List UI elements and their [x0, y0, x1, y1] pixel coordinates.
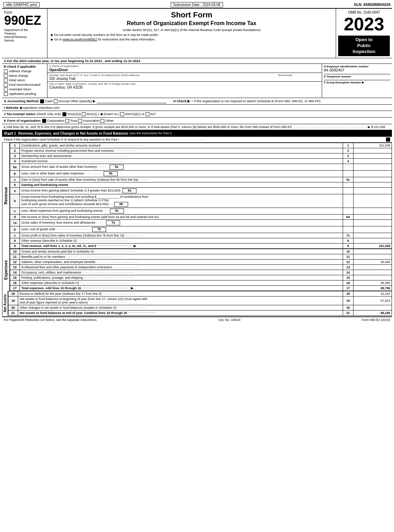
employer-id-label: D Employer identification number: [324, 65, 390, 68]
check-schedule-checkbox: [386, 137, 390, 142]
final-return-label: Final return/terminated: [9, 83, 40, 87]
short-form-title: Short Form: [51, 10, 332, 20]
table-row: b Gross income from fundraising events (…: [10, 194, 392, 208]
address-change-checkbox: [4, 69, 8, 73]
initial-return-checkbox: [4, 78, 8, 82]
table-row: 12 Salaries, other compensation, and emp…: [10, 259, 392, 264]
table-row: 19 Net assets or fund balances at beginn…: [8, 296, 392, 305]
under-section: Under section 501(c), 527, or 4947(a)(1)…: [51, 28, 332, 32]
amended-return-label: Amended return: [9, 88, 31, 91]
dept-name: Department of the Treasury Internal Reve…: [4, 28, 45, 42]
table-row: c Gross profit or (loss) from sales of i…: [10, 233, 392, 238]
form-ref: Form 990-EZ (2023): [362, 318, 390, 322]
final-return-checkbox: [4, 83, 8, 87]
room-suite-label: Room/suite: [278, 74, 320, 77]
table-row: 17 Total expenses. Add lines 10 through …: [10, 285, 392, 291]
accounting-method: G Accounting Method: Cash Accrual Other …: [4, 99, 166, 103]
name-change-checkbox: [4, 74, 8, 78]
go-to: ▶ Go to www.irs.gov/Form990EZ for instru…: [51, 38, 332, 41]
app-pending-label: Application pending: [9, 92, 36, 96]
revenue-side-label: Revenue: [2, 143, 10, 249]
table-row: 5a Gross amount from sale of assets othe…: [10, 164, 392, 170]
tax-exempt-options: 501(c)(3) 501(c)( ) ◀ (insert no.) 4947(…: [62, 112, 156, 116]
street-label: Number and street (or P. O. box, if mail…: [49, 74, 275, 77]
open-public: Open toPublicInspection: [338, 36, 390, 56]
address-change-label: Address change: [9, 69, 31, 73]
table-row: 2 Program service revenue including gove…: [10, 148, 392, 153]
table-row: 7a Gross sales of inventory, less return…: [10, 219, 392, 226]
group-exempt-label: F Group Exemption Number ▶: [324, 81, 390, 84]
year: 2023: [338, 14, 390, 34]
section-h: H Check ▶ ○ if the organization is not r…: [173, 99, 390, 103]
website-value: ▶opendoor-columbus.com: [20, 106, 60, 110]
part-i-instructions: (see the instructions for Part I): [129, 132, 172, 135]
table-row: a Gross income from gaming (attach Sched…: [10, 187, 392, 194]
check-schedule-label: Check if the organization used Schedule …: [4, 138, 119, 141]
table-row: b Less: cost or other basis and sales ex…: [10, 170, 392, 177]
city-value: Columbus, OH 43235: [49, 85, 320, 89]
table-row: 3 Membership dues and assessments · · · …: [10, 153, 392, 158]
table-row: 8 Other revenue (describe in Schedule O)…: [10, 238, 392, 243]
form-org-label: K Form of organization:: [4, 119, 42, 122]
table-row: 1 Contributions, gifts, grants, and simi…: [10, 143, 392, 148]
table-row: 21 Net assets or fund balances at end of…: [8, 310, 392, 315]
do-not-enter: ▶ Do not enter social security numbers o…: [51, 33, 332, 37]
table-row: 13 Professional fees and other payments …: [10, 264, 392, 270]
table-row: c Less: direct expenses from gaming and …: [10, 208, 392, 214]
expenses-side-label: Expenses: [2, 249, 10, 291]
dln: DLN: 93492068004104: [354, 3, 391, 7]
part-i-label: Part I: [4, 131, 16, 136]
form-org-options: Corporation Trust Association Other: [42, 119, 114, 122]
table-row: 6 Gaming and fundraising events: [10, 182, 392, 187]
city-label: City or town, state or province, country…: [49, 82, 320, 85]
table-row: 18 Excess or (deficit) for the year (Sub…: [8, 291, 392, 296]
cat-number: Cat. No. 10642I: [218, 318, 240, 322]
efile-label: efile GRAPHIC print: [3, 2, 39, 7]
app-pending-checkbox: [4, 92, 8, 96]
page: efile GRAPHIC print Submission Date - 20…: [0, 0, 394, 324]
cash-checkbox: [40, 99, 44, 103]
accrual-checkbox: [54, 99, 58, 103]
net-assets-side-label: Net Assets: [2, 291, 8, 316]
tax-exempt-label: J Tax-exempt status (check only one):: [4, 112, 62, 116]
submission-date: Submission Date - 2024-03-08: [171, 2, 223, 7]
employer-id: 84-3092407: [324, 68, 390, 72]
paperwork-notice: For Paperwork Reduction Act Notice, see …: [4, 318, 97, 322]
table-row: 9 Total revenue. Add lines 1, 2, 3, 4, 5…: [10, 243, 392, 248]
table-row: 10 Grants and similar amounts paid (list…: [10, 249, 392, 254]
table-row: 15 Printing, publications, postage, and …: [10, 275, 392, 280]
part-i-title: Revenue, Expenses, and Changes in Net As…: [18, 132, 128, 135]
name-change-label: Name change: [9, 74, 28, 77]
return-title: Return of Organization Exempt From Incom…: [51, 20, 332, 27]
section-l: L Add lines 5b, 6c, and 7b to line 9 to …: [4, 125, 374, 129]
initial-return-label: Initial return: [9, 78, 25, 82]
check-applicable-label: B Check if applicable:: [4, 65, 45, 68]
website-label: I Website:: [4, 106, 20, 110]
table-row: b Less: cost of goods sold · · · · · · ·…: [10, 226, 392, 233]
section-a-label: A For the 2023 calendar year, or tax yea…: [4, 59, 140, 63]
table-row: 11 Benefits paid to or for members · · ·…: [10, 254, 392, 259]
street-address: 325 Jessing Trail: [49, 77, 275, 81]
accrual-label: Accrual: [58, 99, 69, 103]
table-row: 16 Other expenses (describe in Schedule …: [10, 280, 392, 285]
check-schedule-dots: · · · · · · · · · · · · · · · · · · · · …: [119, 138, 385, 141]
org-name-label: C Name of organization: [49, 65, 320, 68]
form-990ez: 990EZ: [4, 14, 45, 27]
section-l-value: 101,038: [374, 125, 385, 129]
table-row: 4 Investment income · · · · · · · · · · …: [10, 158, 392, 164]
amended-return-checkbox: [4, 88, 8, 91]
cash-label: Cash: [45, 99, 53, 103]
table-row: 14 Occupancy, rent, utilities, and maint…: [10, 270, 392, 275]
table-row: 20 Other changes in net assets or fund b…: [8, 305, 392, 310]
phone-label: E Telephone number: [324, 75, 390, 78]
table-row: d Net income or (loss) from gaming and f…: [10, 214, 392, 219]
org-name: OpenDoor: [49, 68, 320, 72]
table-row: c Gain or (loss) from sale of assets oth…: [10, 177, 392, 182]
